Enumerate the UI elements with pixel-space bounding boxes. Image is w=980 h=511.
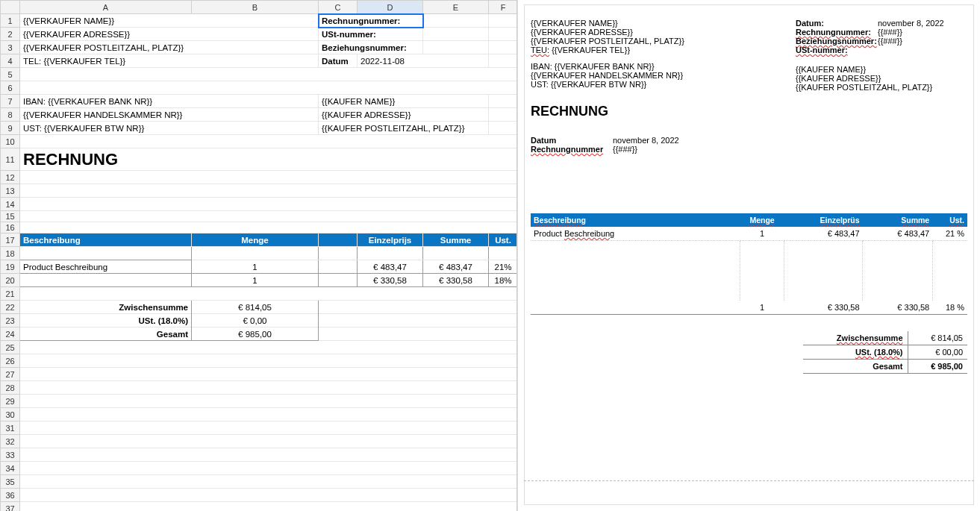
seller-ust: UST: {{VERKAUFER BTW NR}} xyxy=(531,80,796,89)
ptot-ust: € 00,00 xyxy=(908,345,967,359)
row-17-hdr[interactable]: 17 xyxy=(1,233,20,247)
preview-title: RECHNUNG xyxy=(531,104,967,119)
ptot-tot: € 985,00 xyxy=(908,359,967,373)
cell-B20-qty[interactable]: 1 xyxy=(192,274,319,287)
row-9-hdr[interactable]: 9 xyxy=(1,122,20,135)
column-header-row[interactable]: A B C D E F xyxy=(1,1,518,14)
col-F[interactable]: F xyxy=(489,1,518,14)
cell-A11-rechnung-title[interactable]: RECHNUNG xyxy=(20,148,518,171)
ptot-ust-label: USt. (18.0%) xyxy=(855,348,903,357)
cell-A3[interactable]: {{VERKAUFER POSTLEITZAHL, PLATZ}} xyxy=(20,41,319,54)
row-3-hdr[interactable]: 3 xyxy=(1,41,20,54)
preview-totals: Zwischensumme€ 814,05 USt. (18.0%)€ 00,0… xyxy=(803,331,967,374)
cell-D1[interactable]: Rechnungnummer: xyxy=(319,14,423,28)
cell-F1[interactable] xyxy=(423,14,489,28)
cell-D20-unit[interactable]: € 330,58 xyxy=(358,274,423,287)
sub-datum-label: Datum xyxy=(531,136,613,145)
cell-E4[interactable]: 2022-11-08 xyxy=(358,54,489,68)
cell-F20-ust[interactable]: 18% xyxy=(489,274,518,287)
p-row0-qty: 1 xyxy=(740,227,784,241)
row-24-hdr[interactable]: 24 xyxy=(1,327,20,341)
seller-tel: {{VERKAUFER TEL}} xyxy=(552,46,630,54)
val-gesamt[interactable]: € 985,00 xyxy=(192,327,319,341)
cell-A9[interactable]: UST: {{VERKAUFER BTW NR}} xyxy=(20,122,319,135)
cell-A4[interactable]: TEL: {{VERKAUFER TEL}} xyxy=(20,54,319,68)
meta-rechnum-label: Rechnungnummer: xyxy=(796,28,878,37)
cell-D2[interactable]: USt-nummer: xyxy=(319,28,423,41)
cell-F19-ust[interactable]: 21% xyxy=(489,260,518,274)
seller-address: {{VERKAUFER ADRESSE}} xyxy=(531,28,796,37)
cell-A8[interactable]: {{VERKAUFER HANDELSKAMMER NR}} xyxy=(20,108,319,122)
cell-D9[interactable]: {{KAUFER POSTLEITZAHL, PLATZ}} xyxy=(319,122,489,135)
p-hdr-sum: Summe xyxy=(901,216,929,225)
row-4-hdr[interactable]: 4 xyxy=(1,54,20,68)
row-20-hdr[interactable]: 20 xyxy=(1,274,20,287)
cell-A19-desc[interactable]: Product Beschreibung xyxy=(20,260,192,274)
col-C[interactable]: C xyxy=(319,1,358,14)
hdr-einzel[interactable]: Einzelprijs xyxy=(358,233,423,247)
p-hdr-desc: Beschreibung xyxy=(534,216,586,225)
cell-E20-sum[interactable]: € 330,58 xyxy=(423,274,489,287)
meta-block: Datum:november 8, 2022 Rechnungnummer:{{… xyxy=(796,19,967,92)
label-gesamt[interactable]: Gesamt xyxy=(20,327,192,341)
col-E[interactable]: E xyxy=(423,1,489,14)
p-row1-ust: 18 % xyxy=(932,301,967,315)
col-B[interactable]: B xyxy=(192,1,319,14)
meta-bez: {{###}} xyxy=(878,37,902,46)
sub-rechnum-label: Rechnungnummer xyxy=(531,145,613,154)
col-A[interactable]: A xyxy=(20,1,192,14)
cell-D8[interactable]: {{KAUFER ADRESSE}} xyxy=(319,108,489,122)
ptot-sub: € 814,05 xyxy=(908,331,967,345)
sub-rechnum: {{###}} xyxy=(613,145,637,154)
sub-datum: november 8, 2022 xyxy=(613,136,679,145)
p-row0-unit: € 483,47 xyxy=(784,227,862,241)
seller-iban: IBAN: {{VERKAUFER BANK NR}} xyxy=(531,62,796,71)
cell-D7[interactable]: {{KAUFER NAME}} xyxy=(319,95,489,108)
cell-E19-sum[interactable]: € 483,47 xyxy=(423,260,489,274)
label-ust[interactable]: USt. (18.0%) xyxy=(20,314,192,327)
hdr-menge[interactable]: Menge xyxy=(192,233,319,247)
row-1-hdr[interactable]: 1 xyxy=(1,14,20,28)
p-hdr-unit: Einzelprüs xyxy=(820,216,859,225)
col-D[interactable]: D xyxy=(358,1,423,14)
meta-datum: november 8, 2022 xyxy=(878,19,944,28)
cell-A2[interactable]: {{VERKAUFER ADRESSE}} xyxy=(20,28,319,41)
row-11-hdr[interactable]: 11 xyxy=(1,148,20,171)
cell-B19-qty[interactable]: 1 xyxy=(192,260,319,274)
meta-bez-label: Beziehungsnummer: xyxy=(796,37,878,46)
row-23-hdr[interactable]: 23 xyxy=(1,314,20,327)
cell-D19-unit[interactable]: € 483,47 xyxy=(358,260,423,274)
seller-zipcity: {{VERKAUFER POSTLEITZAHL, PLATZ}} xyxy=(531,37,796,46)
row-8-hdr[interactable]: 8 xyxy=(1,108,20,122)
p-row1-desc xyxy=(531,301,740,315)
p-row1-qty: 1 xyxy=(740,301,784,315)
val-zwischensumme[interactable]: € 814,05 xyxy=(192,301,319,314)
p-row1-unit: € 330,58 xyxy=(784,301,862,315)
cell-A7[interactable]: IBAN: {{VERKAUFER BANK NR}} xyxy=(20,95,319,108)
print-preview: {{VERKAUFER NAME}} {{VERKAUFER ADRESSE}}… xyxy=(517,0,980,511)
row-22-hdr[interactable]: 22 xyxy=(1,301,20,314)
p-hdr-ust: Ust. xyxy=(949,216,964,225)
buyer-name: {{KAUFER NAME}} xyxy=(796,65,967,74)
p-hdr-qty: Menge xyxy=(749,216,774,225)
p-row0-sum: € 483,47 xyxy=(863,227,933,241)
ptot-tot-label: Gesamt xyxy=(803,359,908,373)
meta-ust-label: USt-nummer: xyxy=(796,46,878,54)
label-zwischensumme[interactable]: Zwischensumme xyxy=(20,301,192,314)
cell-D4[interactable]: Datum xyxy=(319,54,358,68)
hdr-ust[interactable]: Ust. xyxy=(489,233,518,247)
row-7-hdr[interactable]: 7 xyxy=(1,95,20,108)
spreadsheet-grid[interactable]: A B C D E F 1 {{VERKAUFER NAME}} Rechnun… xyxy=(0,0,517,511)
p-row1-sum: € 330,58 xyxy=(863,301,933,315)
row-19-hdr[interactable]: 19 xyxy=(1,260,20,274)
seller-tel-label: TEU: xyxy=(531,46,549,54)
ptot-sub-label: Zwischensumme xyxy=(837,333,903,342)
seller-hk: {{VERKAUFER HANDELSKAMMER NR}} xyxy=(531,71,796,80)
hdr-beschreibung[interactable]: Beschreibung xyxy=(20,233,192,247)
p-row0-desc: Product Beschreibung xyxy=(534,229,614,238)
cell-D3[interactable]: Beziehungsnummer: xyxy=(319,41,423,54)
row-2-hdr[interactable]: 2 xyxy=(1,28,20,41)
val-ust[interactable]: € 0,00 xyxy=(192,314,319,327)
cell-A1[interactable]: {{VERKAUFER NAME}} xyxy=(20,14,319,28)
hdr-summe[interactable]: Summe xyxy=(423,233,489,247)
